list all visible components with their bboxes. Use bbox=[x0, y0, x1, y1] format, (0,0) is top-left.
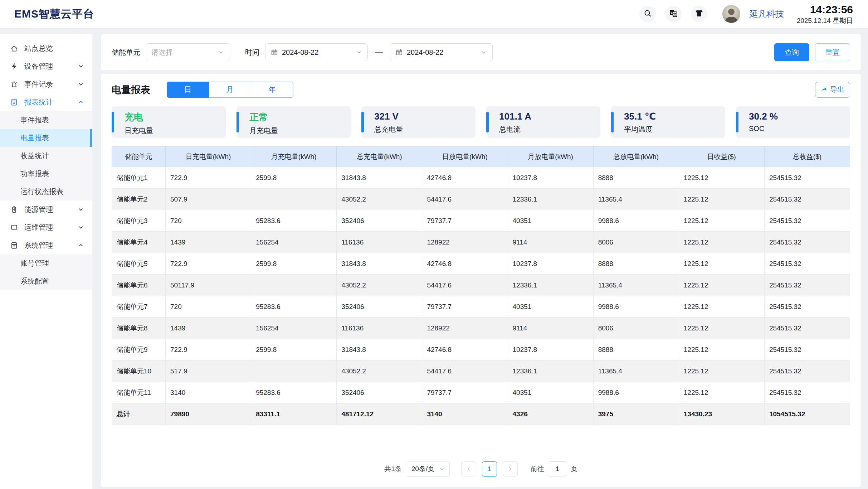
sidebar-subitem-energy-report[interactable]: 电量报表 bbox=[0, 129, 92, 147]
tab-day[interactable]: 日 bbox=[167, 82, 209, 98]
tab-month[interactable]: 月 bbox=[209, 82, 251, 98]
table-cell: 156254 bbox=[251, 232, 337, 253]
next-page-button[interactable] bbox=[503, 461, 518, 476]
sidebar-item-label: 站点总览 bbox=[24, 44, 53, 53]
table-total-cell: 1054515.32 bbox=[764, 403, 850, 425]
sidebar-item-label: 运维管理 bbox=[24, 223, 53, 232]
table-cell: 128922 bbox=[422, 318, 508, 339]
table-cell bbox=[251, 275, 337, 296]
main-content: 储能单元 请选择 时间 2024-08-22 — bbox=[92, 34, 868, 489]
report-table-wrap: 储能单元日充电量(kWh)月充电量(kWh)总充电量(kWh)日放电量(kWh)… bbox=[112, 146, 850, 425]
table-cell: 254515.32 bbox=[764, 382, 850, 403]
table-cell: 254515.32 bbox=[764, 167, 850, 189]
table-cell: 54417.6 bbox=[422, 360, 508, 382]
table-cell: 352406 bbox=[337, 210, 422, 232]
table-cell: 116136 bbox=[337, 318, 422, 339]
user-avatar[interactable] bbox=[722, 5, 740, 23]
sidebar-item-operation-management[interactable]: 运维管理 bbox=[0, 218, 92, 236]
stats-row: 充电日充电量正常月充电量321 V总充电量101.1 A总电流35.1 ℃平均温… bbox=[112, 106, 850, 138]
table-cell: 8006 bbox=[593, 232, 679, 253]
table-cell: 12336.1 bbox=[508, 275, 593, 296]
stat-value: 321 V bbox=[374, 111, 476, 122]
goto-suffix: 页 bbox=[571, 464, 577, 474]
stat-accent-bar bbox=[112, 112, 114, 132]
time-filter-label: 时间 bbox=[245, 48, 259, 57]
table-cell: 9988.6 bbox=[593, 382, 679, 403]
theme-button[interactable] bbox=[691, 6, 707, 22]
table-cell: 254515.32 bbox=[764, 339, 850, 360]
home-icon bbox=[10, 44, 19, 53]
current-page[interactable]: 1 bbox=[482, 461, 497, 476]
chevron-down-icon bbox=[355, 49, 362, 56]
topbar-right: G文 延凡科技 14:23:56 2025.12.14 星期日 bbox=[639, 3, 853, 25]
table-total-cell: 3975 bbox=[593, 403, 679, 425]
table-cell: 42746.8 bbox=[422, 339, 508, 360]
column-header: 月充电量(kWh) bbox=[251, 147, 337, 167]
sidebar-item-label: 系统管理 bbox=[24, 241, 53, 250]
table-cell: 254515.32 bbox=[764, 232, 850, 253]
goto-label: 前往 bbox=[531, 464, 544, 474]
table-cell: 12336.1 bbox=[508, 189, 593, 210]
sidebar-item-energy-management[interactable]: 能源管理 bbox=[0, 200, 92, 218]
sidebar-item-label: 事件记录 bbox=[24, 79, 53, 89]
sidebar-subitem-event-report[interactable]: 事件报表 bbox=[0, 111, 92, 129]
table-row: 储能单元2507.943052.254417.612336.111365.412… bbox=[112, 189, 850, 210]
page-size-select[interactable]: 20条/页 bbox=[407, 461, 450, 477]
table-cell: 9988.6 bbox=[593, 296, 679, 318]
table-cell: 54417.6 bbox=[422, 189, 508, 210]
sidebar-subitem-revenue-statistics[interactable]: 收益统计 bbox=[0, 147, 92, 165]
search-button[interactable] bbox=[639, 6, 656, 22]
end-date-input[interactable]: 2024-08-22 bbox=[390, 43, 493, 61]
table-cell: 1439 bbox=[166, 318, 251, 339]
table-cell: 11365.4 bbox=[593, 275, 679, 296]
translate-button[interactable]: G文 bbox=[665, 6, 682, 22]
unit-select[interactable]: 请选择 bbox=[146, 43, 230, 61]
query-button[interactable]: 查询 bbox=[774, 43, 809, 61]
company-name[interactable]: 延凡科技 bbox=[750, 8, 784, 20]
table-cell: 10237.8 bbox=[508, 339, 593, 360]
sidebar-subitem-system-config[interactable]: 系统配置 bbox=[0, 272, 92, 290]
table-cell: 43052.2 bbox=[337, 189, 422, 210]
sidebar-item-system-management[interactable]: 系统管理 bbox=[0, 236, 92, 254]
table-cell: 40351 bbox=[508, 382, 593, 403]
pagination-total: 共1条 bbox=[384, 464, 402, 474]
sidebar-subitem-running-status-report[interactable]: 运行状态报表 bbox=[0, 183, 92, 200]
prev-page-button[interactable] bbox=[461, 461, 476, 476]
table-cell: 31843.8 bbox=[337, 253, 422, 275]
table-cell: 116136 bbox=[337, 232, 422, 253]
stat-value: 30.2 % bbox=[749, 111, 850, 122]
table-cell: 1225.12 bbox=[679, 167, 764, 189]
sidebar-item-site-overview[interactable]: 站点总览 bbox=[0, 39, 92, 57]
chevron-down-icon bbox=[77, 63, 84, 70]
chevron-down-icon bbox=[77, 224, 84, 231]
table-cell: 254515.32 bbox=[764, 296, 850, 318]
export-button[interactable]: 导出 bbox=[815, 82, 850, 98]
table-cell: 254515.32 bbox=[764, 210, 850, 232]
sidebar-subitem-power-report[interactable]: 功率报表 bbox=[0, 165, 92, 183]
table-cell: 128922 bbox=[422, 232, 508, 253]
table-cell: 722.9 bbox=[166, 253, 251, 275]
table-cell: 95283.6 bbox=[251, 210, 337, 232]
table-cell: 507.9 bbox=[166, 189, 251, 210]
table-cell: 1225.12 bbox=[679, 382, 764, 403]
sidebar-item-device-management[interactable]: 设备管理 bbox=[0, 57, 92, 75]
table-cell bbox=[251, 360, 337, 382]
stat-value: 充电 bbox=[125, 111, 226, 124]
chevron-down-icon bbox=[218, 49, 225, 56]
table-cell: 1225.12 bbox=[679, 360, 764, 382]
reset-button[interactable]: 重置 bbox=[815, 43, 850, 61]
sidebar-submenu-report-statistics: 事件报表电量报表收益统计功率报表运行状态报表 bbox=[0, 111, 92, 200]
stat-card-avg-temperature: 35.1 ℃平均温度 bbox=[611, 106, 725, 138]
table-cell: 储能单元2 bbox=[112, 189, 166, 210]
end-date-value: 2024-08-22 bbox=[407, 48, 477, 57]
sidebar-item-report-statistics[interactable]: 报表统计 bbox=[0, 93, 92, 111]
sidebar-item-event-records[interactable]: 事件记录 bbox=[0, 75, 92, 93]
table-cell: 43052.2 bbox=[337, 360, 422, 382]
start-date-input[interactable]: 2024-08-22 bbox=[265, 43, 368, 61]
sidebar-subitem-account-management[interactable]: 账号管理 bbox=[0, 254, 92, 272]
table-cell: 254515.32 bbox=[764, 275, 850, 296]
table-total-cell: 3140 bbox=[422, 403, 508, 425]
goto-page-input[interactable]: 1 bbox=[548, 461, 567, 476]
tab-year[interactable]: 年 bbox=[251, 82, 293, 98]
table-cell: 1225.12 bbox=[679, 232, 764, 253]
